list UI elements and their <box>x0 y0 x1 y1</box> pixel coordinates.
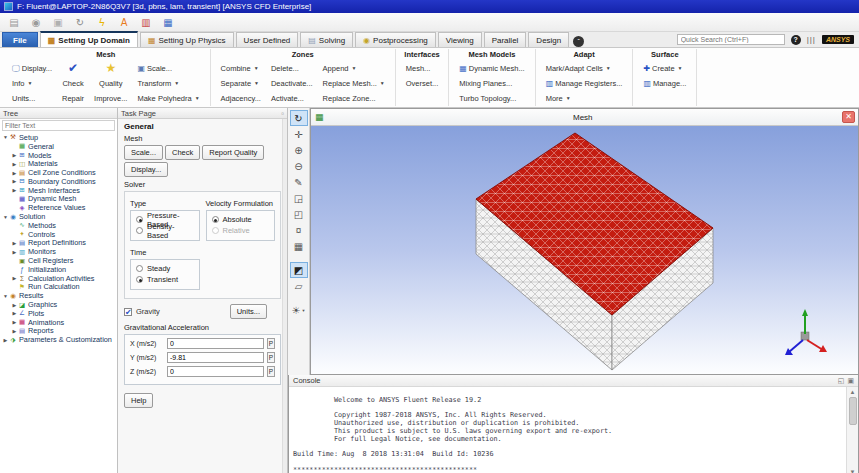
tree-item-reference-values[interactable]: ◈Reference Values <box>0 203 117 212</box>
ribbon-button-replace-zone-[interactable]: Replace Zone... <box>319 91 389 106</box>
tree-expand-icon[interactable]: ▶ <box>11 275 18 281</box>
graphics-canvas[interactable] <box>311 126 858 374</box>
grid-icon[interactable]: ▦ <box>290 238 308 254</box>
parameter-button[interactable]: P <box>267 352 275 363</box>
graphics-window-title[interactable]: Mesh <box>324 113 842 122</box>
radio-icon[interactable] <box>136 276 143 283</box>
ribbon-button-repair[interactable]: Repair <box>58 91 88 106</box>
zoom-box-icon[interactable]: ◲ <box>290 190 308 206</box>
tab-user-defined[interactable]: User Defined <box>236 32 299 47</box>
tree-item-solution[interactable]: ▼◉Solution <box>0 212 117 221</box>
tree-item-monitors[interactable]: ▶▥Monitors <box>0 247 117 256</box>
ribbon-button-scale-[interactable]: ▣Scale... <box>133 61 203 76</box>
tab-postprocessing[interactable]: ◉Postprocessing <box>355 32 436 47</box>
radio-icon[interactable] <box>212 216 219 223</box>
tree-filter-input[interactable] <box>2 120 115 131</box>
report-quality-button[interactable]: Report Quality <box>202 145 264 160</box>
tree-item-dynamic-mesh[interactable]: ▦Dynamic Mesh <box>0 195 117 204</box>
ribbon-button-quality[interactable]: Quality <box>90 76 131 91</box>
ribbon-button-append[interactable]: Append▼ <box>319 61 389 76</box>
ribbon-button-manage-[interactable]: ▥Manage... <box>639 76 690 91</box>
ansys-a-icon[interactable]: A <box>116 17 132 28</box>
ribbon-button-more[interactable]: More▼ <box>542 91 627 106</box>
help-icon[interactable]: ? <box>791 35 801 45</box>
console-output[interactable]: Welcome to ANSYS Fluent Release 19.2 Cop… <box>289 387 846 473</box>
tree-item-reports[interactable]: ▶▤Reports <box>0 327 117 336</box>
tree-expand-icon[interactable]: ▶ <box>2 337 9 343</box>
rotate-view-icon[interactable]: ↻ <box>290 110 308 126</box>
radio-transient[interactable]: Transient <box>136 274 194 285</box>
ribbon-button-make-polyhedra[interactable]: Make Polyhedra▼ <box>133 91 203 106</box>
tree-item-calculation-activities[interactable]: ▶ΣCalculation Activities <box>0 274 117 283</box>
tree-item-parameters-customization[interactable]: ▶⬗Parameters & Customization <box>0 335 117 344</box>
task-page-scrollbar[interactable] <box>282 119 287 473</box>
scale--button[interactable]: Scale... <box>124 145 163 160</box>
snapshot-icon[interactable]: ▣ <box>50 17 66 28</box>
console-maximize-icon[interactable]: ▣ <box>847 377 854 385</box>
radio-icon[interactable] <box>136 265 143 272</box>
ribbon-button-delete-[interactable]: Delete... <box>267 61 317 76</box>
ribbon-button-deactivate-[interactable]: Deactivate... <box>267 76 317 91</box>
zoom-fit-icon[interactable]: ◰ <box>290 206 308 222</box>
tree-item-controls[interactable]: ✦Controls <box>0 230 117 239</box>
tree-item-cell-registers[interactable]: ▣Cell Registers <box>0 256 117 265</box>
radio-steady[interactable]: Steady <box>136 263 194 274</box>
tree-expand-icon[interactable]: ▶ <box>11 161 18 167</box>
tree-item-results[interactable]: ▼◉Results <box>0 291 117 300</box>
layout-icon[interactable]: ▦ <box>160 17 176 28</box>
z-acceleration-input[interactable] <box>167 366 264 377</box>
tab-solving[interactable]: ▤Solving <box>300 32 353 47</box>
tab-viewing[interactable]: Viewing <box>438 32 482 47</box>
y-acceleration-input[interactable] <box>167 352 264 363</box>
probe-icon[interactable]: ✎ <box>290 174 308 190</box>
ribbon-button-combine[interactable]: Combine▼ <box>217 61 265 76</box>
tab-parallel[interactable]: Parallel <box>484 32 527 47</box>
tree-item-report-definitions[interactable]: ▶▤Report Definitions <box>0 239 117 248</box>
tree-item-mesh-interfaces[interactable]: ▶⊞Mesh Interfaces <box>0 186 117 195</box>
tree-expand-icon[interactable]: ▼ <box>2 214 9 220</box>
tab-setting-up-physics[interactable]: ▦Setting Up Physics <box>140 32 234 47</box>
tree-item-initialization[interactable]: ƒInitialization <box>0 265 117 274</box>
ribbon-button-mixing-planes-[interactable]: Mixing Planes... <box>455 76 528 91</box>
scroll-down-icon[interactable]: ▼ <box>850 467 856 473</box>
zoom-in-icon[interactable]: ⊕ <box>290 142 308 158</box>
console-scrollbar[interactable]: ▲ ▼ <box>846 387 858 473</box>
tree-item-materials[interactable]: ▶◫Materials <box>0 159 117 168</box>
tree-expand-icon[interactable]: ▼ <box>2 134 9 140</box>
tree-expand-icon[interactable]: ▶ <box>11 240 18 246</box>
bolt-icon[interactable]: ϟ <box>94 17 110 28</box>
chart-icon[interactable]: ▥ <box>138 17 154 28</box>
scrollbar-thumb[interactable] <box>849 397 857 425</box>
tree-expand-icon[interactable]: ▼ <box>2 293 9 299</box>
data-icon[interactable]: ◉ <box>28 17 44 28</box>
tree-item-general[interactable]: ▦General <box>0 142 117 151</box>
ribbon-button-adjacency-[interactable]: Adjacency... <box>217 91 265 106</box>
tree-item-methods[interactable]: ∿Methods <box>0 221 117 230</box>
tree-item-boundary-conditions[interactable]: ▶⊟Boundary Conditions <box>0 177 117 186</box>
ribbon-button-create[interactable]: ✚Create▼ <box>639 61 690 76</box>
help-button[interactable]: Help <box>124 393 153 408</box>
tree-expand-icon[interactable]: ▶ <box>11 187 18 193</box>
ribbon-button-activate-[interactable]: Activate... <box>267 91 317 106</box>
ribbon-button-units-[interactable]: Units... <box>8 91 56 106</box>
parameter-button[interactable]: P <box>267 338 275 349</box>
radio-icon[interactable] <box>136 227 143 234</box>
tree-item-graphics[interactable]: ▶◪Graphics <box>0 300 117 309</box>
tree-item-run-calculation[interactable]: ⚑Run Calculation <box>0 283 117 292</box>
tree-expand-icon[interactable]: ▶ <box>11 319 18 325</box>
ribbon-button-separate[interactable]: Separate▼ <box>217 76 265 91</box>
tree-item-models[interactable]: ▶⊞Models <box>0 151 117 160</box>
tab-setting-up-domain[interactable]: ▦Setting Up Domain <box>40 31 138 47</box>
ribbon-button-manage-registers-[interactable]: ▥Manage Registers... <box>542 76 627 91</box>
tree-expand-icon[interactable]: ▶ <box>11 178 18 184</box>
task-page-close-icon[interactable]: ▫ <box>281 108 284 119</box>
x-acceleration-input[interactable] <box>167 338 264 349</box>
select-face-icon[interactable]: ◩ <box>290 262 308 278</box>
ribbon-button-turbo-topology-[interactable]: Turbo Topology... <box>455 91 528 106</box>
tree-expand-icon[interactable]: ▶ <box>11 170 18 176</box>
units-button[interactable]: Units... <box>230 304 267 319</box>
refresh-icon[interactable]: ↻ <box>72 17 88 28</box>
lights-icon[interactable]: ☀▼ <box>290 302 308 318</box>
ribbon-button-transform[interactable]: Transform▼ <box>133 76 203 91</box>
ribbon-button-improve-[interactable]: Improve... <box>90 91 131 106</box>
